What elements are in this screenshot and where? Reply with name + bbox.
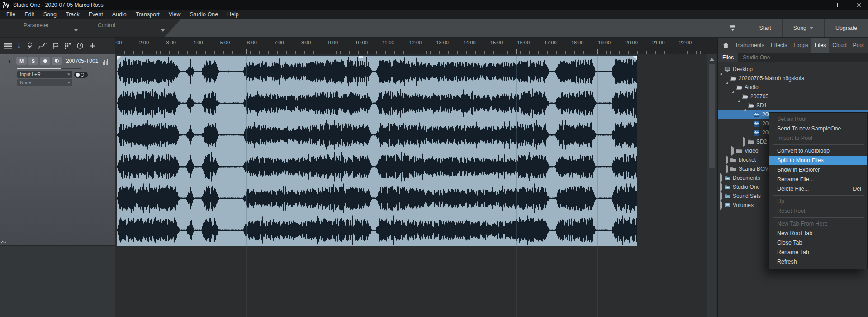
track-list-icon[interactable] [4, 43, 13, 49]
home-icon[interactable] [718, 42, 733, 48]
collapse-arrow-icon[interactable] [737, 93, 742, 100]
tree-item-audio[interactable]: Audio [718, 83, 868, 92]
context-menu-item-label: Import to Pool [777, 135, 812, 141]
scroll-up-icon[interactable] [710, 58, 714, 61]
collapse-arrow-icon[interactable] [731, 84, 736, 91]
ruler-tick [597, 49, 598, 54]
context-menu-item-refresh[interactable]: Refresh [769, 257, 867, 267]
vertical-scrollbar[interactable] [707, 54, 716, 317]
expand-arrow-icon[interactable] [743, 139, 748, 145]
context-menu-item-close-tab[interactable]: Close Tab [769, 238, 867, 248]
track-header[interactable]: 1 M S 200705-T001 Input L+R None [0, 54, 115, 246]
song-button[interactable]: Song [783, 19, 824, 37]
grid-icon[interactable] [64, 43, 71, 49]
ruler-tick [705, 49, 705, 54]
context-menu-item-label: Refresh [777, 259, 797, 265]
install-button[interactable] [718, 19, 748, 37]
tree-item-200705[interactable]: 200705 [718, 92, 868, 101]
timeline-ruler[interactable]: 1:002:003:004:005:006:007:008:009:0010:0… [115, 38, 707, 54]
inspector-icon[interactable]: i [18, 42, 20, 49]
minimize-button[interactable] [811, 0, 830, 10]
close-button[interactable] [849, 0, 868, 10]
context-menu-item-new-root-tab[interactable]: New Root Tab [769, 229, 867, 238]
browser-tab-pool[interactable]: Pool [850, 38, 867, 53]
expand-arrow-icon[interactable] [720, 193, 724, 199]
menu-item-event[interactable]: Event [84, 11, 108, 18]
browser-tab-effects[interactable]: Effects [768, 38, 790, 53]
timeline-area[interactable] [115, 54, 707, 317]
ruler-tick [683, 51, 683, 54]
fade-in-handle[interactable] [117, 56, 121, 60]
menu-item-studio-one[interactable]: Studio One [185, 11, 223, 18]
menu-item-track[interactable]: Track [61, 11, 84, 18]
browser-tab-instruments[interactable]: Instruments [733, 38, 768, 53]
ruler-tick [385, 51, 386, 54]
tree-item-sd1[interactable]: SD1 [718, 101, 868, 110]
input-monitor-toggle[interactable] [74, 72, 88, 78]
monitor-button[interactable] [52, 57, 62, 65]
browser-tab-cloud[interactable]: Cloud [829, 38, 849, 53]
ruler-tick [129, 51, 129, 54]
fade-out-handle[interactable] [633, 56, 637, 60]
expand-arrow-icon[interactable] [720, 202, 724, 208]
add-track-icon[interactable] [89, 43, 96, 49]
menu-item-transport[interactable]: Transport [131, 11, 164, 18]
maximize-button[interactable] [830, 0, 849, 10]
audio-event[interactable] [117, 56, 637, 246]
context-menu-item-split-to-mono-files[interactable]: Split to Mono Files [769, 156, 867, 165]
browser-tab-loops[interactable]: Loops [790, 38, 811, 53]
solo-button[interactable]: S [28, 57, 38, 65]
track-name[interactable]: 200705-T001 [66, 58, 98, 64]
browser-subtab-files[interactable]: Files [718, 53, 738, 62]
tree-item-20200705-malm-h-gskola[interactable]: 20200705-Malmö högskola [718, 74, 868, 83]
upgrade-button[interactable]: Upgrade [825, 19, 868, 37]
marker-icon[interactable] [52, 43, 59, 49]
context-menu-item-show-in-explorer[interactable]: Show in Explorer [769, 165, 867, 175]
metronome-icon[interactable] [76, 42, 84, 49]
wrench-icon[interactable] [25, 42, 33, 49]
browser-subtab-studio-one[interactable]: Studio One [738, 53, 774, 62]
start-button[interactable]: Start [748, 19, 782, 37]
menu-item-file[interactable]: File [2, 11, 20, 18]
folder-open-icon [742, 94, 749, 99]
expand-arrow-icon[interactable] [720, 175, 724, 181]
menu-item-view[interactable]: View [164, 11, 185, 18]
volume-slider[interactable] [17, 68, 81, 69]
input-select[interactable]: Input L+R [17, 71, 72, 78]
tree-item-label: 20200705-Malmö högskola [739, 75, 804, 82]
expand-arrow-icon[interactable] [731, 148, 736, 154]
record-arm-button[interactable] [40, 57, 50, 65]
folder-open-icon [736, 85, 744, 90]
collapse-arrow-icon[interactable] [726, 75, 730, 82]
tree-item-desktop[interactable]: Desktop [718, 65, 868, 74]
wav-icon [754, 130, 761, 136]
context-menu-item-delete-file[interactable]: Delete File...Del [769, 184, 867, 194]
menu-item-help[interactable]: Help [223, 11, 243, 18]
expand-arrow-icon[interactable] [726, 166, 730, 172]
collapse-arrow-icon[interactable] [720, 66, 724, 72]
gain-handle[interactable] [359, 56, 363, 58]
collapse-arrow-icon[interactable] [743, 102, 748, 109]
menu-item-audio[interactable]: Audio [108, 11, 131, 18]
expand-arrow-icon[interactable] [720, 184, 724, 190]
context-menu-item-rename-tab[interactable]: Rename Tab [769, 248, 867, 257]
ruler-tick [160, 51, 161, 54]
ruler-tick [309, 51, 309, 54]
automation-icon[interactable] [38, 43, 47, 49]
menu-item-song[interactable]: Song [39, 11, 61, 18]
grid-line [138, 56, 138, 246]
browser-tab-files[interactable]: Files [811, 38, 829, 53]
menu-item-edit[interactable]: Edit [20, 11, 39, 18]
playhead[interactable] [178, 54, 178, 317]
expand-arrow-icon[interactable] [726, 157, 730, 163]
context-menu-item-convert-to-audioloop[interactable]: Convert to Audioloop [769, 146, 867, 156]
mute-button[interactable]: M [16, 57, 27, 65]
context-menu-item-rename-file[interactable]: Rename File... [769, 175, 867, 184]
wave-automation-icon[interactable] [1, 240, 6, 244]
context-menu-item-send-to-new-sampleone[interactable]: Send To new SampleOne [769, 124, 867, 134]
insert-select[interactable]: None [17, 79, 72, 86]
folder-closed-icon [748, 139, 755, 144]
tree-item-label: 200705 [750, 93, 768, 100]
scrollbar-thumb[interactable] [709, 64, 715, 168]
ruler-tick [556, 51, 557, 54]
